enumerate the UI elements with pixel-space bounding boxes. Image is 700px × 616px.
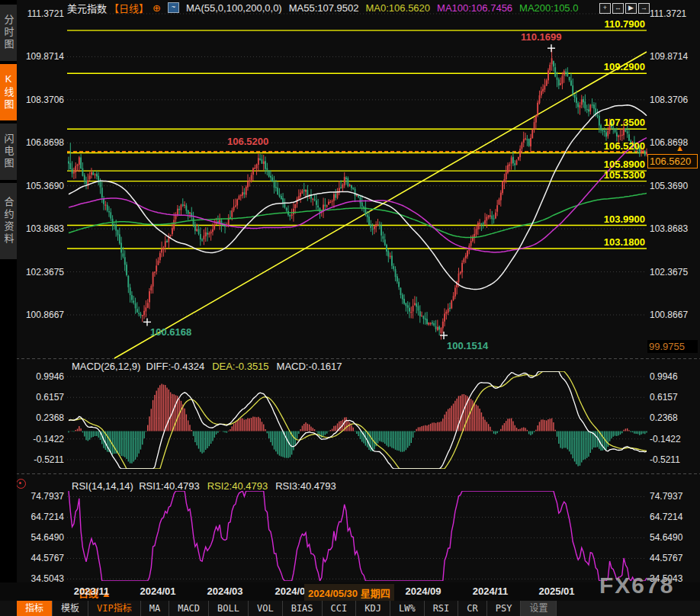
chart-canvas (0, 0, 700, 582)
window-controls: +↔▶→ (599, 3, 650, 14)
toolbar-button-KDJ[interactable]: KDJ (356, 601, 390, 616)
play-forward-icon[interactable]: ▶ (625, 3, 637, 14)
session-low-box: 99.9755 (647, 340, 698, 353)
price-annotation: 106.5200 (227, 136, 268, 147)
main-y-axis-label: 100.8667 (650, 310, 688, 320)
time-axis: 日线 ▲ 2024/05/30 星期四 2023/112024/012024/0… (0, 582, 700, 601)
toolbar-button-RSI[interactable]: RSI (425, 601, 459, 616)
toolbar-button-BOLL[interactable]: BOLL (209, 601, 249, 616)
toolbar-button-VIP指标[interactable]: VIP指标 (88, 601, 141, 616)
main-y-axis-label: 108.3706 (17, 95, 64, 105)
rsi-y-axis-label: 64.7214 (650, 512, 682, 522)
price-annotation: 110.1699 (521, 31, 562, 43)
scale-x-icon[interactable]: ↔ (612, 3, 624, 14)
main-y-axis-label: 111.3721 (650, 8, 686, 19)
macd-y-axis-label: -0.1422 (17, 434, 64, 444)
rsi-y-axis-label: 74.7937 (650, 491, 682, 502)
toolbar-button-CCI[interactable]: CCI (323, 601, 357, 616)
ma0-value: MA0:106.5620 (365, 2, 430, 14)
macd-header: MACD(26,12,9) DIFF:-0.4324 DEA:-0.3515 M… (72, 361, 342, 372)
price-level-label: 103.9900 (67, 213, 645, 225)
circle-plus-icon[interactable]: ⊕ (153, 2, 161, 14)
price-level-label: 103.1800 (67, 236, 645, 248)
time-axis-label: 2024/01 (140, 586, 176, 597)
main-y-axis-label: 109.8714 (17, 51, 64, 62)
main-chart-header: 美元指数 【日线】 ⊕ ~ MA(55,0,100,200,0,0) MA55:… (67, 2, 578, 14)
toolbar-button-MA[interactable]: MA (141, 601, 169, 616)
candles-layer (68, 48, 647, 339)
sidebar: 分时图K线图闪电图合约资料 (0, 0, 17, 582)
main-y-axis-label: 103.8683 (650, 223, 688, 234)
price-up-arrow-icon: ▲ (676, 143, 684, 152)
time-axis-label: 2024/09 (406, 586, 442, 597)
macd-y-axis-label: 0.2368 (17, 412, 64, 423)
sidebar-tab-闪电图[interactable]: 闪电图 (0, 124, 17, 180)
macd-y-axis-label: 0.9946 (650, 371, 678, 382)
ma100-value: MA100:106.7456 (437, 2, 512, 14)
price-level-label: 105.5300 (67, 169, 645, 181)
trading-app-window: 分时图K线图闪电图合约资料 美元指数 【日线】 ⊕ ~ MA(55,0,100,… (0, 0, 700, 616)
macd-y-axis-label: -0.5211 (650, 454, 680, 465)
main-y-axis-label: 105.3690 (650, 181, 688, 191)
sidebar-tab-合约资料[interactable]: 合约资料 (0, 183, 17, 259)
rsi-y-axis-label: 54.6490 (17, 532, 64, 543)
gridlines (67, 14, 647, 579)
main-y-axis-label: 100.8667 (17, 310, 64, 320)
rsi-y-axis-label: 44.5767 (650, 553, 682, 563)
toolbar-button-模板[interactable]: 模板 (53, 601, 88, 616)
trendline[interactable] (114, 52, 647, 358)
macd-value: MACD:-0.1617 (277, 361, 342, 372)
main-y-axis-label: 111.3721 (17, 8, 64, 19)
sidebar-tab-K线图[interactable]: K线图 (0, 64, 17, 120)
rsi-y-axis-label: 44.5767 (17, 553, 64, 563)
main-y-axis-label: 105.3690 (17, 181, 64, 191)
main-y-axis-label: 102.3675 (650, 267, 688, 278)
toolbar-button-指标[interactable]: 指标 (17, 601, 53, 616)
period-tag: 【日线】 (109, 1, 149, 15)
main-y-axis-label: 108.3706 (650, 95, 688, 105)
chart-type-icon[interactable]: ~ (168, 2, 179, 13)
indicator-settings-icon[interactable] (16, 479, 26, 489)
toolbar-button-CR[interactable]: CR (458, 601, 486, 616)
main-y-axis-label: 103.8683 (17, 223, 64, 234)
macd-y-axis-label: -0.1422 (650, 434, 681, 444)
macd-settings: MACD(26,12,9) DIFF:-0.4324 (72, 361, 204, 372)
toolbar-button-MACD[interactable]: MACD (169, 601, 209, 616)
rsi3-value: RSI3:40.4793 (275, 480, 336, 492)
dea-value: DEA:-0.3515 (212, 361, 268, 372)
dea-line (69, 371, 647, 469)
toolbar-button-设置[interactable]: 设置 (521, 601, 557, 616)
toolbar-button-LW%[interactable]: LW% (390, 601, 425, 616)
macd-y-axis-label: -0.5211 (17, 454, 64, 465)
toolbar-button-BIAS[interactable]: BIAS (283, 601, 323, 616)
rsi-y-axis-label: 64.7214 (17, 512, 64, 522)
price-level-label: 109.2900 (67, 61, 645, 72)
crosshair-icon[interactable]: + (599, 3, 611, 14)
main-y-axis-label: 109.8714 (650, 51, 688, 62)
price-level-label: 106.5200 (67, 140, 645, 152)
macd-y-axis-label: 0.9946 (17, 371, 64, 382)
rsi2-value: RSI2:40.4793 (207, 480, 268, 492)
crosshair-date-box: 2024/05/30 星期四 (304, 584, 394, 602)
time-axis-label: 2025/01 (539, 586, 575, 597)
instrument-name: 美元指数 (67, 1, 107, 15)
toolbar-button-VOL[interactable]: VOL (249, 601, 283, 616)
toolbar-button-PSY[interactable]: PSY (487, 601, 522, 616)
shift-right-icon[interactable]: → (638, 3, 650, 14)
ma200-value: MA200:105.0 (519, 2, 578, 14)
rsi-header: RSI(14,14,14) RSI1:40.4793 RSI2:40.4793 … (72, 480, 336, 492)
rsi-line (69, 491, 647, 581)
ma-settings: MA(55,0,100,200,0,0) (186, 2, 282, 14)
time-axis-label: 2023/11 (74, 586, 109, 597)
sidebar-tab-分时图[interactable]: 分时图 (0, 5, 17, 61)
rsi-settings: RSI(14,14,14) RSI1:40.4793 (72, 480, 200, 492)
rsi-y-axis-label: 74.7937 (17, 491, 64, 502)
macd-y-axis-label: 0.6157 (650, 392, 678, 403)
diff-line (69, 371, 647, 469)
watermark: FX678 (599, 573, 674, 598)
rsi-y-axis-label: 54.6490 (650, 532, 682, 543)
price-level-label: 107.3500 (67, 117, 645, 128)
main-y-axis-label: 106.8698 (17, 137, 64, 148)
ma55-value: MA55:107.9502 (289, 2, 359, 14)
price-annotation: 100.6168 (150, 326, 191, 338)
